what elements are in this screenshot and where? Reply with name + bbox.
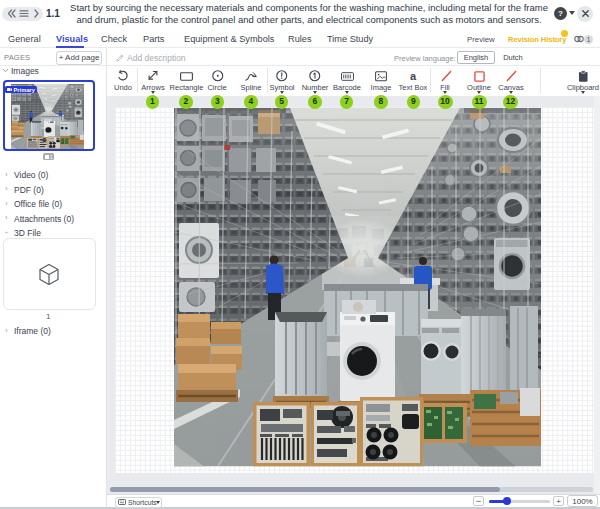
- svg-text:1: 1: [50, 155, 53, 159]
